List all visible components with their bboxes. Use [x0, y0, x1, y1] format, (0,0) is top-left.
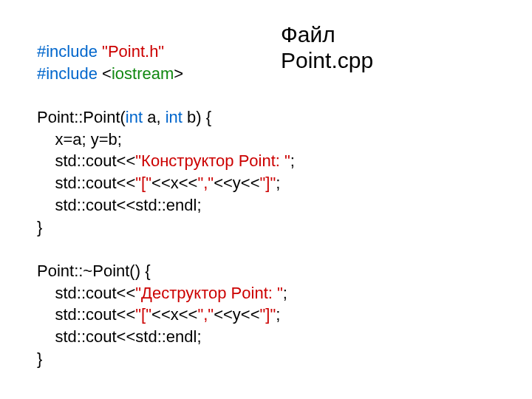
cout-prefix: std::cout<<: [37, 284, 135, 302]
expr-x: <<x<<: [151, 305, 197, 324]
str-bracket-close: "]": [260, 174, 276, 192]
assign-line: x=a; y=b;: [37, 130, 122, 149]
str-bracket-open: "[": [135, 174, 151, 192]
code-block: #include "Point.h" #include <iostream> P…: [37, 41, 295, 369]
close-brace: }: [37, 349, 42, 368]
endl-line: std::cout<<std::endl;: [37, 196, 202, 214]
expr-y: <<y<<: [214, 174, 259, 192]
int-keyword: int: [126, 108, 143, 126]
semicolon: ;: [276, 174, 280, 192]
iostream-name: iostream: [112, 64, 174, 83]
str-bracket-close: "]": [260, 305, 276, 324]
cout-prefix: std::cout<<: [37, 305, 135, 324]
ctor-sig-b: a,: [143, 108, 166, 126]
expr-y: <<y<<: [214, 305, 259, 324]
cout-prefix: std::cout<<: [37, 174, 135, 192]
str-comma: ",": [197, 305, 214, 324]
str-bracket-open: "[": [135, 305, 151, 324]
include-keyword: #include: [37, 42, 98, 61]
semicolon: ;: [290, 151, 295, 170]
include-header: "Point.h": [98, 42, 164, 61]
str-comma: ",": [197, 174, 214, 192]
semicolon: ;: [276, 305, 280, 324]
angle-open: <: [98, 64, 112, 83]
expr-x: <<x<<: [151, 174, 197, 192]
dtor-string: "Деструктор Point: ": [135, 284, 282, 302]
close-brace: }: [37, 218, 42, 236]
ctor-sig-a: Point::Point(: [37, 108, 126, 126]
include-keyword: #include: [37, 64, 98, 83]
slide: Файл Point.cpp #include "Point.h" #inclu…: [0, 0, 532, 399]
ctor-sig-c: b) {: [183, 108, 211, 126]
semicolon: ;: [283, 284, 287, 302]
angle-close: >: [174, 64, 183, 83]
ctor-string: "Конструктор Point: ": [135, 151, 290, 170]
endl-line: std::cout<<std::endl;: [37, 327, 202, 346]
dtor-sig: Point::~Point() {: [37, 262, 150, 280]
int-keyword: int: [166, 108, 183, 126]
cout-prefix: std::cout<<: [37, 151, 135, 170]
